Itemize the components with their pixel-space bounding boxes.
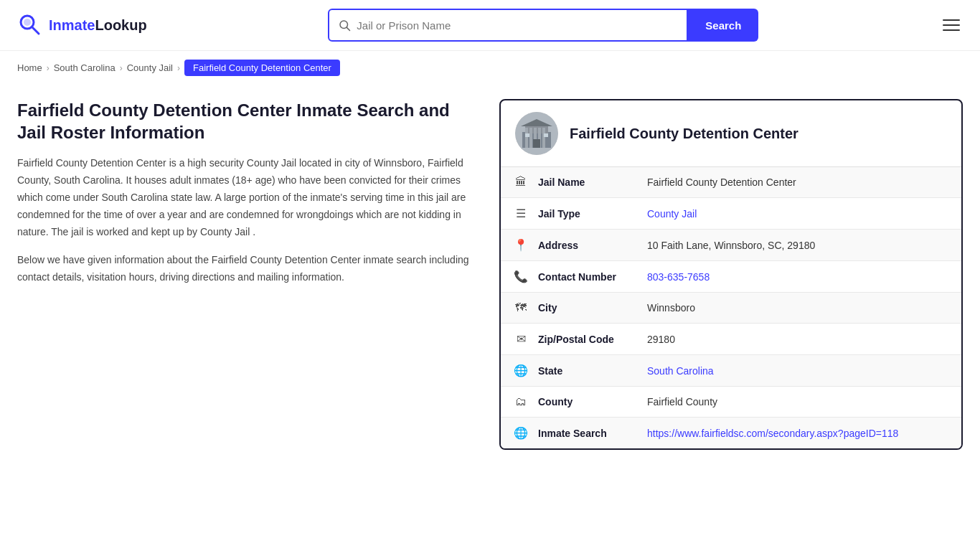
info-row-city: 🗺CityWinnsboro	[501, 293, 961, 324]
search-button[interactable]: Search	[688, 9, 758, 42]
zip-icon: ✉	[512, 332, 529, 346]
jail-type-value[interactable]: County Jail	[647, 208, 697, 220]
city-icon: 🗺	[512, 301, 529, 314]
facility-image	[515, 112, 558, 155]
facility-name-heading: Fairfield County Detention Center	[570, 126, 798, 142]
search-icon	[338, 19, 351, 32]
address-value: 10 Faith Lane, Winnsboro, SC, 29180	[647, 240, 815, 251]
facility-thumbnail	[515, 112, 558, 155]
inmate-search-value[interactable]: https://www.fairfieldsc.com/secondary.as…	[647, 428, 898, 439]
contact-value[interactable]: 803-635-7658	[647, 271, 710, 283]
jail-name-label: Jail Name	[538, 176, 639, 188]
search-wrapper	[328, 9, 688, 42]
breadcrumb-type[interactable]: County Jail	[127, 62, 173, 73]
breadcrumb-state[interactable]: South Carolina	[54, 62, 116, 73]
zip-label: Zip/Postal Code	[538, 334, 639, 345]
svg-rect-12	[542, 128, 545, 148]
logo-text: InmateLookup	[49, 17, 147, 34]
svg-line-4	[347, 27, 350, 30]
right-column: Fairfield County Detention Center 🏛Jail …	[499, 99, 963, 450]
svg-rect-15	[525, 133, 529, 137]
info-row-zip: ✉Zip/Postal Code29180	[501, 324, 961, 355]
site-header: InmateLookup Search	[0, 0, 980, 51]
inmate-search-link[interactable]: https://www.fairfieldsc.com/secondary.as…	[647, 428, 898, 439]
info-card-header: Fairfield County Detention Center	[501, 100, 961, 167]
breadcrumb-current: Fairfield County Detention Center	[184, 60, 340, 76]
info-row-address: 📍Address10 Faith Lane, Winnsboro, SC, 29…	[501, 230, 961, 261]
jail-type-link[interactable]: County Jail	[647, 208, 697, 220]
svg-rect-8	[525, 128, 528, 148]
menu-button[interactable]	[940, 17, 963, 34]
info-table: 🏛Jail NameFairfield County Detention Cen…	[501, 167, 961, 448]
breadcrumb-sep-1: ›	[47, 63, 50, 73]
jail-type-label: Jail Type	[538, 208, 639, 220]
jail-name-value: Fairfield County Detention Center	[647, 176, 796, 188]
address-label: Address	[538, 240, 639, 251]
jail-type-icon: ☰	[512, 207, 529, 220]
search-input[interactable]	[357, 19, 678, 32]
state-link[interactable]: South Carolina	[647, 365, 714, 377]
svg-line-1	[32, 27, 39, 34]
county-label: County	[538, 396, 639, 408]
info-card: Fairfield County Detention Center 🏛Jail …	[499, 99, 963, 450]
state-value[interactable]: South Carolina	[647, 365, 714, 377]
county-icon: 🗂	[512, 395, 529, 408]
state-label: State	[538, 365, 639, 377]
logo-icon	[17, 12, 43, 38]
svg-rect-16	[544, 133, 548, 137]
breadcrumb-home[interactable]: Home	[17, 62, 42, 73]
jail-name-icon: 🏛	[512, 176, 529, 189]
zip-value: 29180	[647, 334, 675, 345]
info-row-inmate-search: 🌐Inmate Searchhttps://www.fairfieldsc.co…	[501, 418, 961, 448]
contact-label: Contact Number	[538, 271, 639, 283]
search-area: Search	[328, 9, 758, 42]
contact-icon: 📞	[512, 270, 529, 283]
city-label: City	[538, 302, 639, 314]
info-row-state: 🌐StateSouth Carolina	[501, 355, 961, 387]
breadcrumb: Home › South Carolina › County Jail › Fa…	[0, 51, 980, 85]
info-row-jail-type: ☰Jail TypeCounty Jail	[501, 198, 961, 230]
breadcrumb-sep-3: ›	[177, 63, 180, 73]
page-title: Fairfield County Detention Center Inmate…	[17, 99, 476, 143]
main-content: Fairfield County Detention Center Inmate…	[0, 85, 980, 464]
description-2: Below we have given information about th…	[17, 252, 476, 286]
svg-rect-14	[533, 139, 540, 148]
address-icon: 📍	[512, 238, 529, 252]
inmate-search-label: Inmate Search	[538, 428, 639, 439]
contact-link[interactable]: 803-635-7658	[647, 271, 710, 283]
logo-link[interactable]: InmateLookup	[17, 12, 147, 38]
city-value: Winnsboro	[647, 302, 695, 314]
inmate-search-icon: 🌐	[512, 426, 529, 440]
svg-rect-9	[529, 128, 532, 148]
info-row-contact: 📞Contact Number803-635-7658	[501, 261, 961, 293]
breadcrumb-sep-2: ›	[120, 63, 123, 73]
info-row-jail-name: 🏛Jail NameFairfield County Detention Cen…	[501, 167, 961, 198]
state-icon: 🌐	[512, 364, 529, 377]
county-value: Fairfield County	[647, 396, 717, 408]
description-1: Fairfield County Detention Center is a h…	[17, 155, 476, 240]
left-column: Fairfield County Detention Center Inmate…	[17, 99, 476, 450]
info-row-county: 🗂CountyFairfield County	[501, 387, 961, 418]
svg-point-2	[24, 19, 31, 26]
